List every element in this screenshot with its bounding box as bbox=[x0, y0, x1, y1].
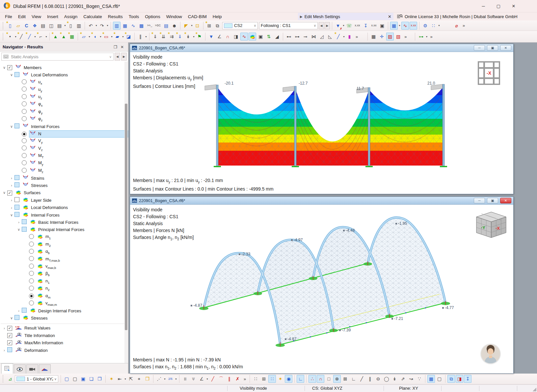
tree-item[interactable]: ✓Title Information bbox=[0, 332, 128, 339]
radio[interactable] bbox=[22, 109, 27, 114]
visibility-by-object-button[interactable]: ❏ bbox=[88, 375, 95, 383]
tangent-snap-button[interactable]: ⊖ bbox=[374, 375, 382, 383]
menu-assign[interactable]: Assign bbox=[61, 13, 81, 20]
member-hinge-end-button[interactable]: ⊸ bbox=[302, 33, 309, 40]
model-data-button[interactable]: ❖ bbox=[31, 22, 39, 30]
viewport-window-bottom[interactable]: 220901_Bogen_CSA.rf6* ─ ▣ ✕ bbox=[130, 196, 514, 374]
window-bottom-close-button[interactable]: ✕ bbox=[500, 198, 511, 203]
window-top-maximize-button[interactable]: ▣ bbox=[487, 45, 498, 51]
layers-button[interactable]: ⧉ bbox=[447, 375, 455, 383]
result-diagrams-button[interactable]: ∿ bbox=[129, 22, 137, 30]
tree-item[interactable]: vmax,b bbox=[0, 263, 128, 270]
new-load-case-button[interactable]: ⚑✶ bbox=[196, 33, 203, 40]
tree-item[interactable]: ∨✓Members bbox=[0, 64, 128, 71]
toolbar-handle[interactable] bbox=[3, 375, 4, 382]
radio[interactable] bbox=[22, 101, 27, 106]
tree-item[interactable]: ∨Local Deformations bbox=[0, 71, 128, 78]
tree-item[interactable]: αb bbox=[0, 248, 128, 255]
checkbox-partial[interactable] bbox=[14, 175, 19, 180]
member-division-button[interactable]: ◿ bbox=[318, 33, 326, 40]
user-avatar[interactable] bbox=[481, 344, 500, 363]
panel-toggle-button[interactable]: ▦ bbox=[390, 22, 398, 30]
tree-item[interactable]: ›✓x.xxResult Values bbox=[0, 325, 128, 332]
slope-button[interactable]: ◢ bbox=[273, 33, 281, 40]
radio[interactable] bbox=[22, 160, 27, 165]
menu-tools[interactable]: Tools bbox=[126, 13, 142, 20]
snap-direction-free-button[interactable]: ↝ bbox=[407, 375, 415, 383]
chevron-down-icon[interactable]: ∨ bbox=[54, 377, 57, 381]
new-surface-load-button[interactable]: ⇓✶ bbox=[176, 33, 184, 40]
filter-results-dropdown[interactable]: ▾ bbox=[342, 24, 345, 27]
undo-dropdown[interactable]: ▾ bbox=[95, 24, 98, 27]
new-guide-object-button[interactable]: ✶ bbox=[108, 375, 115, 383]
measure-distances-button[interactable]: ⋰ bbox=[155, 375, 163, 383]
new-model-button[interactable]: ▯✶ bbox=[6, 22, 14, 30]
tree-item[interactable]: vmax,m bbox=[0, 300, 128, 307]
print-dropdown[interactable]: ▾ bbox=[64, 24, 67, 27]
radio[interactable] bbox=[22, 94, 27, 99]
radio[interactable] bbox=[22, 87, 27, 91]
menu-calculate[interactable]: Calculate bbox=[80, 13, 105, 20]
expander-icon[interactable]: › bbox=[1, 326, 7, 330]
new-member-dropdown[interactable]: ▾ bbox=[34, 35, 37, 38]
snap-points-button[interactable]: ∴ bbox=[309, 375, 316, 383]
radio[interactable] bbox=[29, 249, 34, 254]
expander-icon[interactable]: ∨ bbox=[9, 316, 14, 320]
navigator-close-button[interactable]: ✕ bbox=[119, 45, 125, 49]
square-snap-button[interactable]: □ bbox=[325, 375, 333, 383]
new-node-dropdown[interactable]: ▾ bbox=[14, 35, 17, 38]
tree-item[interactable]: ✓Max/Min Information bbox=[0, 339, 128, 346]
quick-access-run-icon[interactable]: ▶ bbox=[300, 15, 303, 18]
render-box-button[interactable]: ▣ bbox=[257, 33, 264, 40]
window-top-close-button[interactable]: ✕ bbox=[500, 45, 511, 51]
result-values-xxx-button[interactable]: x.xx bbox=[354, 22, 361, 30]
show-surface-results-button[interactable] bbox=[249, 33, 256, 40]
radio[interactable] bbox=[22, 116, 27, 121]
show-fe-mesh-button[interactable]: ▨ bbox=[386, 33, 394, 40]
radio[interactable] bbox=[22, 138, 27, 143]
radio[interactable] bbox=[22, 168, 27, 173]
checkbox-checked[interactable]: ✓ bbox=[7, 65, 12, 70]
radio-selected[interactable] bbox=[22, 132, 27, 137]
user-defined-visibility-button[interactable]: ❐ bbox=[96, 375, 103, 383]
expander-icon[interactable]: › bbox=[9, 206, 14, 210]
window-top-titlebar[interactable]: 220901_Bogen_CSA.rf6* ─ ▣ ✕ bbox=[130, 44, 513, 52]
checkbox-partial[interactable] bbox=[14, 212, 19, 217]
radio[interactable] bbox=[29, 271, 34, 276]
tree-item[interactable]: m2 bbox=[0, 241, 128, 248]
visibility-following-select[interactable]: Following : CS1∨ bbox=[259, 22, 318, 29]
new-surface-dropdown[interactable]: ▾ bbox=[88, 35, 91, 38]
toolbar-handle[interactable] bbox=[3, 22, 4, 29]
render-results-button[interactable]: ▣ bbox=[378, 22, 386, 30]
recalculate-dropdown[interactable]: ▾ bbox=[438, 24, 441, 27]
new-polyline-button[interactable]: ⌐✶ bbox=[37, 33, 44, 40]
tree-item[interactable]: ∨Stresses bbox=[0, 314, 128, 322]
new-solid-button[interactable]: ◪✶ bbox=[125, 33, 132, 40]
view-orientation-widget[interactable]: -X bbox=[478, 61, 500, 85]
reposition-objects-button[interactable]: ⇅ bbox=[265, 33, 273, 40]
new-free-load-dropdown[interactable]: ▾ bbox=[192, 35, 195, 38]
navigator-float-button[interactable]: ❐ bbox=[112, 45, 119, 49]
checkbox-checked[interactable]: ✓ bbox=[7, 191, 12, 196]
tree-item[interactable]: uz bbox=[0, 93, 128, 101]
show-result-values-button[interactable]: x.xx bbox=[410, 22, 417, 30]
measure-button[interactable]: ∥ bbox=[137, 33, 144, 40]
edit-properties-button[interactable]: ⊡ bbox=[194, 22, 201, 30]
checkbox-partial[interactable] bbox=[22, 227, 27, 232]
cad-toolbar-overflow-button[interactable]: » bbox=[242, 377, 248, 381]
new-snap-point-button[interactable]: ✶ bbox=[277, 375, 284, 383]
radio[interactable] bbox=[29, 286, 34, 291]
window-bottom-minimize-button[interactable]: ─ bbox=[474, 198, 485, 203]
quick-access-clear-icon[interactable]: ✕ bbox=[388, 14, 391, 19]
viewport-window-top[interactable]: 220901_Bogen_CSA.rf6* ─ ▣ ✕ bbox=[130, 44, 514, 194]
new-polyline-dropdown[interactable]: ▾ bbox=[45, 35, 48, 38]
expander-icon[interactable]: ∨ bbox=[1, 191, 7, 195]
checkbox-partial[interactable] bbox=[14, 182, 19, 187]
object-snap-button[interactable]: ◉ bbox=[285, 375, 292, 383]
member-hinge-start-button[interactable]: ⊷ bbox=[285, 33, 293, 40]
angle-line-button[interactable]: ∠ bbox=[198, 375, 205, 383]
tree-item[interactable]: ∨Principal Internal Forces bbox=[0, 226, 128, 233]
ellipse-snap-button[interactable]: ◯ bbox=[383, 375, 390, 383]
export-result-values-button[interactable]: x.xx bbox=[370, 22, 378, 30]
dimension-x-dropdown[interactable]: ▾ bbox=[124, 378, 127, 380]
